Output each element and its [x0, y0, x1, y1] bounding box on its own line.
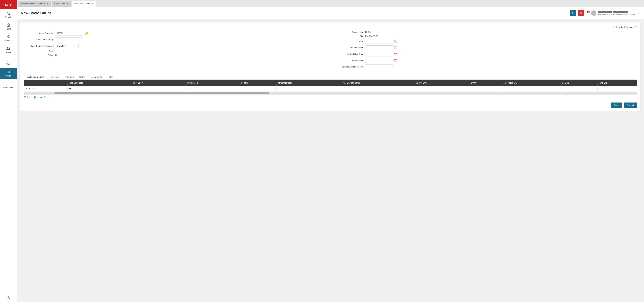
table-scrollbar-track[interactable] — [24, 92, 637, 94]
footer-divider: | — [32, 96, 32, 99]
user-details: ▓▓▓▓▓▓▓▓▓▓ ▓▓▓▓▓▓▓▓▓▓ Assembly Superviso… — [598, 11, 636, 15]
earliest-start-date-calendar-button[interactable]: 📅 — [394, 53, 397, 55]
tab-warehouse-dashboard[interactable]: Warehouse Neo Dashboard ✕ — [18, 1, 51, 7]
location-search-button[interactable]: 🔍 — [394, 40, 398, 43]
edit-icon-actual-qty — [505, 82, 507, 84]
template-link[interactable]: Standard Template ▼ — [613, 26, 637, 28]
sidebar-item-switch[interactable]: Switch — [0, 68, 16, 79]
tab-bulk-data[interactable]: Bulk Data — [47, 74, 62, 80]
tab-new-cycle-count-close[interactable]: ✕ — [91, 2, 94, 5]
cycle-counting-boundary-select[interactable]: Inventory — [55, 44, 79, 48]
external-assigned-users-label: External Assigned Users: — [334, 66, 364, 68]
table-scrollbar-thumb[interactable] — [54, 92, 269, 94]
posting-date-label: Posting Date: — [334, 59, 364, 62]
template-icon — [613, 26, 615, 28]
row-delete-button[interactable]: ✕ — [25, 87, 28, 90]
svg-point-6 — [8, 72, 10, 73]
submit-button[interactable]: Submit — [624, 103, 637, 108]
user-avatar-icon — [6, 296, 10, 300]
sidebar-item-home[interactable]: Home — [0, 21, 16, 32]
tab-notes-label: Notes — [79, 76, 85, 78]
posting-date-calendar-button[interactable]: 📅 — [394, 59, 397, 62]
earliest-start-date-input[interactable] — [365, 52, 394, 56]
inner-tabs: Cycle Count Lines Bulk Data Attempts Not… — [24, 74, 637, 80]
col-header-inv-qty: Inv Qty — [468, 80, 504, 86]
tab-cycle-count-lines-label: Cycle Count Lines — [26, 76, 44, 78]
cycle-count-no-row: * Cycle Count No: 🔑 — [24, 31, 327, 36]
tab-bulk-data-label: Bulk Data — [50, 76, 59, 78]
search-icon — [6, 11, 10, 15]
state-row: State: — [24, 50, 327, 52]
refresh-button[interactable] — [570, 10, 576, 16]
sidebar-item-problems[interactable]: Problems — [0, 32, 16, 44]
save-button[interactable]: Save — [611, 103, 622, 108]
tab-bar: Warehouse Neo Dashboard ✕ Cycle Count ✕ … — [17, 0, 644, 7]
sidebar-item-alerts-label: Alerts — [6, 51, 11, 54]
cycle-count-no-input[interactable] — [55, 31, 83, 36]
cycle-count-group-input[interactable] — [55, 37, 83, 42]
organisation-label: Organisation: — [334, 31, 364, 33]
tab-cycle-count[interactable]: Cycle Count ✕ — [52, 1, 71, 7]
col-header-inventory-no: Inventory No — [186, 80, 239, 86]
update-group-link[interactable]: Update Group — [34, 96, 49, 99]
state-label: State: — [24, 50, 54, 52]
sidebar-item-alerts[interactable]: Alerts — [0, 44, 16, 56]
tab-notes[interactable]: Notes — [76, 74, 88, 80]
cycle-count-group-row: Cycle Count Group: — [24, 37, 327, 42]
table-scroll-wrapper[interactable]: Auto Generated * Line No Inventory No — [24, 80, 637, 91]
sidebar-item-menus[interactable]: Menus/Favs — [0, 79, 16, 91]
sidebar-item-search-label: Search — [5, 16, 12, 18]
external-assigned-users-row: External Assigned Users: — [334, 64, 637, 69]
switch-icon — [6, 70, 10, 74]
tab-warehouse-dashboard-close[interactable]: ✕ — [46, 2, 49, 5]
logo: one — [0, 0, 16, 9]
tab-cycle-count-label: Cycle Count — [54, 2, 65, 5]
user-dropdown-arrow[interactable]: ▼ — [638, 12, 640, 14]
planned-date-input-group: 📅 — [365, 45, 397, 50]
tab-documents[interactable]: Documents — [88, 74, 105, 80]
cycle-counting-boundary-label: Cycle Counting Boundary: — [24, 45, 54, 47]
tab-holds[interactable]: Holds — [105, 74, 116, 80]
row-inventory-no-cell — [186, 86, 239, 91]
svg-point-0 — [7, 12, 10, 14]
sidebar-item-user-avatar[interactable] — [0, 293, 16, 302]
earliest-start-date-time-button[interactable]: 🕐 — [398, 53, 400, 55]
row-item-cell — [239, 86, 276, 91]
row-add-button[interactable]: ⊕ — [28, 87, 31, 90]
sidebar: one Search Home Problems Alerts Chats — [0, 0, 17, 302]
location-input[interactable] — [365, 39, 394, 44]
planned-date-input[interactable] — [365, 45, 394, 50]
add-row-link[interactable]: Add — [24, 96, 30, 99]
row-copy-button[interactable]: ⧉ — [32, 87, 34, 90]
row-line-no-cell: 1 — [132, 86, 186, 91]
svg-point-10 — [8, 296, 9, 298]
row-ext-item-name-cell — [342, 86, 414, 91]
planned-date-calendar-button[interactable]: 📅 — [394, 46, 397, 49]
bottom-actions: Save Submit — [24, 100, 637, 108]
header-actions: ☰ 1 ▓▓▓▓▓▓▓▓▓▓ ▓▓▓▓▓▓▓▓▓▓ Assembly Super… — [570, 10, 640, 16]
sidebar-item-chats[interactable]: Chats — [0, 56, 16, 68]
site-row: Site: EN_Hub6DC2 — [334, 35, 637, 37]
main-area: Warehouse Neo Dashboard ✕ Cycle Count ✕ … — [17, 0, 644, 302]
earliest-start-date-input-group: 📅 🕐 — [365, 52, 400, 56]
add-label: Add — [27, 96, 30, 99]
organisation-value[interactable]: HUB6 — [365, 31, 371, 33]
close-button[interactable] — [578, 10, 584, 16]
tab-cycle-count-close[interactable]: ✕ — [66, 2, 69, 5]
external-assigned-users-input[interactable] — [365, 64, 394, 69]
posting-date-input[interactable] — [365, 58, 394, 63]
tab-cycle-count-lines[interactable]: Cycle Count Lines — [24, 74, 47, 80]
sidebar-item-search[interactable]: Search — [0, 9, 16, 21]
site-value[interactable]: EN_Hub6DC2 — [365, 35, 378, 37]
tab-new-cycle-count[interactable]: New Cycle Count ✕ — [72, 1, 96, 7]
tab-warehouse-dashboard-label: Warehouse Neo Dashboard — [20, 2, 45, 5]
svg-line-1 — [9, 14, 10, 15]
row-item-description-cell — [276, 86, 342, 91]
form-col-right: Organisation: HUB6 Site: EN_Hub6DC2 * Lo… — [334, 31, 637, 71]
row-line-no-value: 1 — [133, 87, 134, 90]
menu-button[interactable]: ☰ 1 — [586, 11, 589, 15]
update-group-label: Update Group — [36, 96, 49, 99]
edit-icon-lpn — [562, 82, 564, 84]
table-footer: Add | Update Group — [24, 95, 637, 100]
tab-attempts[interactable]: Attempts — [62, 74, 76, 80]
